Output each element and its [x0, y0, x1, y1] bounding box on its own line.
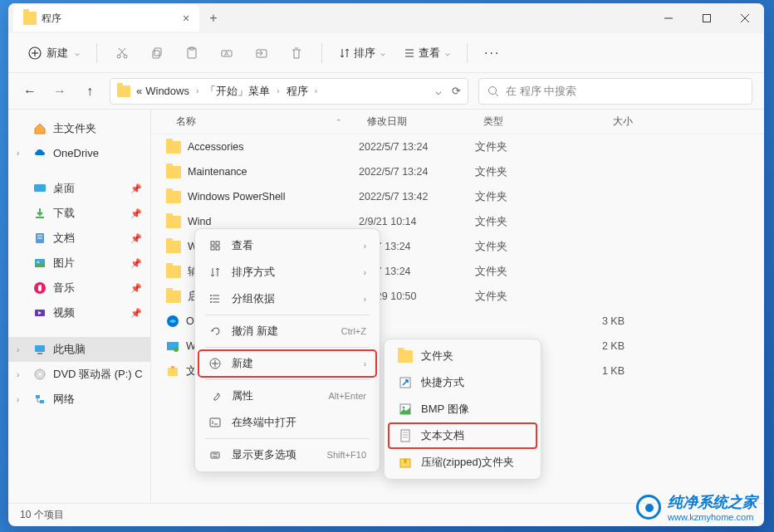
view-button[interactable]: 查看 ⌵ — [397, 42, 457, 64]
rename-button[interactable]: A — [212, 38, 242, 68]
svg-rect-47 — [216, 246, 219, 250]
sort-indicator-icon: ⌃ — [336, 118, 342, 126]
path-segment[interactable]: 程序 — [287, 84, 308, 99]
sidebar-label: 桌面 — [53, 181, 75, 196]
context-menu: 查看 › 排序方式 › 分组依据 › 撤消 新建 Ctrl+Z 新建 › 属性 … — [194, 228, 380, 472]
sort-button[interactable]: 排序 ⌵ — [332, 42, 392, 64]
file-row[interactable]: Windows PowerShell2022/5/7 13:42文件夹 — [151, 184, 764, 209]
sidebar-item-thispc[interactable]: › 此电脑 — [8, 337, 150, 362]
sidebar-label: 此电脑 — [53, 342, 86, 357]
new-tab-button[interactable]: + — [209, 11, 217, 26]
disc-icon — [33, 368, 47, 381]
dropdown-button[interactable]: ⌵ — [435, 85, 442, 97]
file-row[interactable]: Accessories2022/5/7 13:24文件夹 — [151, 134, 764, 159]
menu-sort[interactable]: 排序方式 › — [198, 259, 376, 286]
sidebar-item-network[interactable]: › 网络 — [8, 387, 150, 412]
sidebar-item-dvd[interactable]: › DVD 驱动器 (P:) C — [8, 362, 150, 387]
pin-icon: 📌 — [130, 183, 142, 194]
forward-button[interactable]: → — [50, 84, 70, 99]
refresh-button[interactable]: ⟳ — [452, 85, 461, 97]
pin-icon: 📌 — [130, 208, 142, 219]
sidebar-item-music[interactable]: 音乐 📌 — [8, 276, 150, 300]
copy-button[interactable] — [142, 38, 172, 68]
path-segment[interactable]: Windows — [145, 85, 189, 97]
toolbar: 新建 ⌵ A 排序 ⌵ 查看 ⌵ ··· — [8, 33, 764, 73]
svg-point-21 — [489, 86, 497, 94]
delete-button[interactable] — [282, 38, 311, 68]
submenu-label: 文件夹 — [421, 349, 453, 364]
share-button[interactable] — [247, 38, 277, 68]
maximize-button[interactable] — [688, 3, 726, 33]
chevron-right-icon[interactable]: › — [17, 370, 19, 379]
file-row[interactable]: Maintenance2022/5/7 13:24文件夹 — [151, 159, 764, 184]
svg-rect-43 — [171, 366, 174, 368]
sidebar-label: 主文件夹 — [53, 121, 96, 136]
active-tab[interactable]: 程序 × — [13, 5, 199, 32]
menu-more-options[interactable]: 显示更多选项 Shift+F10 — [198, 442, 376, 468]
sidebar-item-downloads[interactable]: 下载 📌 — [8, 201, 150, 226]
cut-button[interactable] — [107, 38, 137, 68]
close-tab-button[interactable]: × — [183, 12, 189, 25]
menu-terminal[interactable]: 在终端中打开 — [198, 409, 376, 436]
submenu-folder[interactable]: 文件夹 — [388, 343, 537, 369]
separator — [205, 347, 370, 348]
svg-rect-64 — [401, 430, 409, 442]
submenu-shortcut[interactable]: 快捷方式 — [388, 369, 537, 396]
sidebar-item-onedrive[interactable]: › OneDrive — [8, 141, 150, 164]
sidebar-item-documents[interactable]: 文档 📌 — [8, 226, 150, 251]
menu-label: 属性 — [232, 388, 253, 403]
sidebar-label: DVD 驱动器 (P:) C — [53, 367, 142, 382]
menu-group[interactable]: 分组依据 › — [198, 286, 376, 312]
back-button[interactable]: ← — [20, 84, 40, 99]
home-icon — [33, 122, 47, 135]
list-icon — [208, 292, 222, 305]
sort-icon — [339, 47, 350, 59]
path-segment[interactable]: 「开始」菜单 — [205, 84, 270, 99]
paste-button[interactable] — [177, 38, 207, 68]
sidebar-item-pictures[interactable]: 图片 📌 — [8, 251, 150, 276]
sidebar-item-desktop[interactable]: 桌面 📌 — [8, 176, 150, 201]
submenu-label: BMP 图像 — [421, 402, 469, 417]
sort-icon — [208, 266, 222, 279]
sidebar-item-videos[interactable]: 视频 📌 — [8, 300, 150, 325]
chevron-right-icon[interactable]: › — [17, 345, 19, 354]
up-button[interactable]: ↑ — [80, 84, 100, 99]
more-button[interactable]: ··· — [478, 42, 507, 64]
menu-properties[interactable]: 属性 Alt+Enter — [198, 383, 376, 409]
pin-icon: 📌 — [130, 258, 142, 269]
submenu-zip[interactable]: 压缩(zipped)文件夹 — [388, 449, 537, 476]
search-input[interactable]: 在 程序 中搜索 — [478, 78, 752, 105]
address-bar[interactable]: « Windows › 「开始」菜单 › 程序 › ⌵ ⟳ — [110, 78, 468, 105]
column-size-header[interactable]: 大小 — [583, 115, 649, 129]
close-window-button[interactable] — [726, 3, 764, 33]
submenu-bmp[interactable]: BMP 图像 — [388, 396, 537, 422]
menu-new[interactable]: 新建 › — [198, 350, 376, 377]
svg-point-8 — [124, 55, 127, 58]
folder-icon — [398, 349, 413, 364]
submenu-label: 快捷方式 — [421, 375, 464, 390]
svg-text:A: A — [224, 50, 229, 57]
svg-rect-12 — [154, 48, 161, 56]
svg-line-22 — [496, 93, 499, 96]
chevron-down-icon: ⌵ — [75, 48, 80, 57]
column-name-header[interactable]: 名称⌃ — [151, 115, 359, 129]
watermark: 纯净系统之家 www.kzmyhome.com — [636, 492, 757, 522]
chevron-right-icon[interactable]: › — [17, 395, 19, 404]
svg-point-53 — [210, 301, 212, 303]
menu-label: 新建 — [232, 356, 253, 371]
titlebar: 程序 × + — [8, 3, 764, 33]
column-type-header[interactable]: 类型 — [483, 115, 583, 129]
watermark-logo-icon — [636, 495, 661, 520]
minimize-button[interactable] — [649, 3, 688, 33]
chevron-right-icon[interactable]: › — [17, 149, 19, 158]
submenu-text-document[interactable]: 文本文档 — [388, 422, 537, 449]
menu-view[interactable]: 查看 › — [198, 232, 376, 259]
svg-point-41 — [174, 347, 179, 352]
column-date-header[interactable]: 修改日期 — [367, 115, 483, 129]
pc-icon — [33, 343, 47, 356]
svg-rect-31 — [35, 345, 45, 352]
menu-undo[interactable]: 撤消 新建 Ctrl+Z — [198, 318, 376, 344]
sidebar-item-home[interactable]: 主文件夹 — [8, 116, 150, 141]
menu-label: 查看 — [232, 238, 253, 253]
new-button[interactable]: 新建 ⌵ — [22, 42, 86, 64]
